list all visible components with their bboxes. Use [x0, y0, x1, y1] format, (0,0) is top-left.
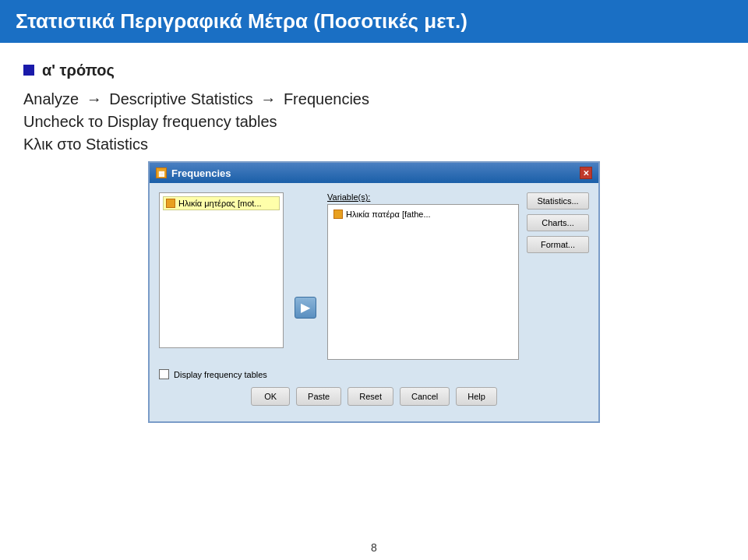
dialog-titlebar: ▦ Frequencies ✕ — [150, 163, 598, 183]
bullet-row: α' τρόπος — [23, 62, 725, 84]
checkbox-row[interactable]: Display frequency tables — [159, 369, 589, 379]
variable-item[interactable]: Ηλικία πατέρα [fathe... — [331, 208, 515, 220]
arrow-button-col: ▶ — [291, 192, 319, 360]
charts-button[interactable]: Charts... — [527, 214, 589, 231]
dialog-title: Frequencies — [171, 167, 231, 179]
arrow1: → — [86, 90, 102, 107]
display-frequency-checkbox[interactable] — [159, 369, 169, 379]
statistics-button[interactable]: Statistics... — [527, 192, 589, 210]
desc-stats-text: Descriptive Statistics — [109, 90, 253, 107]
close-icon: ✕ — [583, 169, 589, 178]
frequencies-text: Frequencies — [284, 90, 369, 107]
header-title: Στατιστικά Περιγραφικά Μέτρα (Ποσοτικές … — [16, 9, 468, 33]
source-list-item[interactable]: Ηλικία μητέρας [mot... — [163, 196, 280, 210]
frequencies-dialog: ▦ Frequencies ✕ Ηλικία μητέρας [mot... — [148, 161, 600, 423]
variables-panel: Variable(s): Ηλικία πατέρα [fathe... — [327, 192, 519, 360]
help-button[interactable]: Help — [456, 387, 497, 406]
uncheck-text: Uncheck το Display frequency tables — [23, 113, 277, 130]
format-button[interactable]: Format... — [527, 236, 589, 253]
dialog-body: Ηλικία μητέρας [mot... ▶ Variable(s): — [150, 183, 598, 421]
bottom-buttons: OK Paste Reset Cancel Help — [159, 387, 589, 412]
right-buttons: Statistics... Charts... Format... — [527, 192, 589, 360]
slide-header: Στατιστικά Περιγραφικά Μέτρα (Ποσοτικές … — [0, 0, 748, 43]
move-arrow-button[interactable]: ▶ — [295, 297, 316, 319]
instruction-line3: Κλικ στο Statistics — [23, 136, 725, 153]
analyze-text: Analyze — [23, 90, 79, 107]
source-item-icon — [166, 199, 175, 208]
titlebar-left: ▦ Frequencies — [156, 167, 231, 179]
source-item-label: Ηλικία μητέρας [mot... — [178, 199, 262, 208]
dialog-app-icon: ▦ — [156, 167, 167, 178]
arrow2: → — [260, 90, 276, 107]
dialog-main: Ηλικία μητέρας [mot... ▶ Variable(s): — [159, 192, 589, 360]
dialog-wrapper: ▦ Frequencies ✕ Ηλικία μητέρας [mot... — [23, 161, 725, 423]
variable-item-label: Ηλικία πατέρα [fathe... — [346, 210, 431, 219]
source-list[interactable]: Ηλικία μητέρας [mot... — [159, 192, 284, 348]
variables-label: Variable(s): — [327, 192, 519, 202]
checkbox-label: Display frequency tables — [174, 370, 267, 379]
source-panel: Ηλικία μητέρας [mot... — [159, 192, 284, 360]
variable-item-icon — [333, 210, 343, 219]
page-number: 8 — [0, 541, 748, 554]
page-number-value: 8 — [371, 541, 377, 554]
reset-button[interactable]: Reset — [348, 387, 393, 406]
variables-list[interactable]: Ηλικία πατέρα [fathe... — [327, 204, 519, 360]
paste-button[interactable]: Paste — [296, 387, 341, 406]
click-stats-text: Κλικ στο Statistics — [23, 136, 148, 153]
dialog-close-button[interactable]: ✕ — [580, 167, 592, 179]
slide-content: α' τρόπος Analyze → Descriptive Statisti… — [0, 43, 748, 431]
instruction-line1: Analyze → Descriptive Statistics → Frequ… — [23, 90, 725, 108]
cancel-button[interactable]: Cancel — [400, 387, 450, 406]
instruction-line2: Uncheck το Display frequency tables — [23, 113, 725, 131]
bullet-label: α' τρόπος — [42, 62, 115, 79]
ok-button[interactable]: OK — [251, 387, 290, 406]
bullet-icon — [23, 65, 34, 76]
